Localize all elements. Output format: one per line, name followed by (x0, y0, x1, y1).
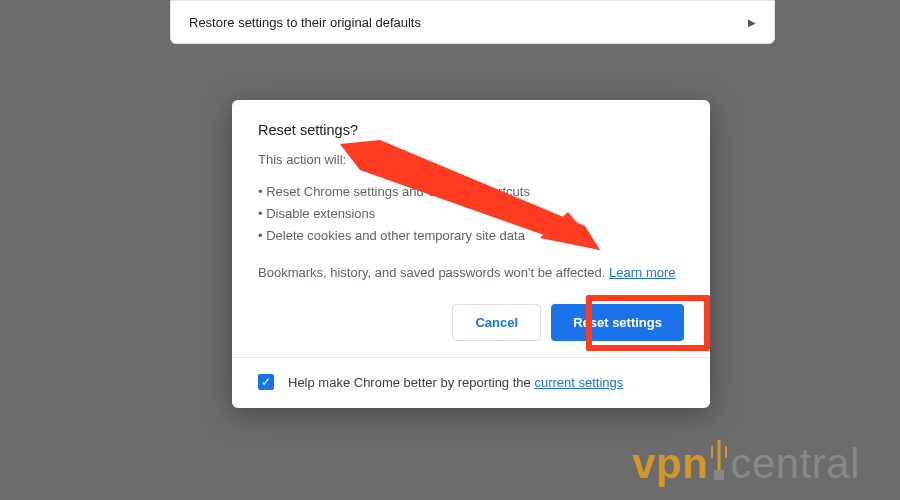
bullet-item: • Disable extensions (258, 203, 684, 225)
dialog-button-row: Cancel Reset settings (258, 302, 684, 341)
dialog-footer: ✓ Help make Chrome better by reporting t… (258, 358, 684, 408)
dialog-title: Reset settings? (258, 122, 684, 138)
dialog-subhead: This action will: (258, 152, 684, 167)
restore-settings-row[interactable]: Restore settings to their original defau… (170, 0, 775, 44)
reset-settings-dialog: Reset settings? This action will: • Rese… (232, 100, 710, 408)
chevron-right-icon: ▶ (748, 17, 756, 28)
watermark-right: central (730, 440, 860, 487)
restore-settings-label: Restore settings to their original defau… (189, 15, 421, 30)
reset-settings-button[interactable]: Reset settings (551, 304, 684, 341)
cancel-button[interactable]: Cancel (452, 304, 541, 341)
watermark-icon (708, 434, 730, 488)
dialog-note: Bookmarks, history, and saved passwords … (258, 265, 684, 280)
dialog-bullets: • Reset Chrome settings and Chrome short… (258, 181, 684, 247)
svg-rect-3 (714, 470, 724, 480)
watermark: vpncentral (632, 434, 860, 488)
learn-more-link[interactable]: Learn more (609, 265, 675, 280)
bullet-item: • Delete cookies and other temporary sit… (258, 225, 684, 247)
footer-text: Help make Chrome better by reporting the… (288, 375, 623, 390)
watermark-left: vpn (632, 440, 708, 487)
current-settings-link[interactable]: current settings (534, 375, 623, 390)
report-settings-checkbox[interactable]: ✓ (258, 374, 274, 390)
check-icon: ✓ (261, 376, 271, 388)
bullet-item: • Reset Chrome settings and Chrome short… (258, 181, 684, 203)
